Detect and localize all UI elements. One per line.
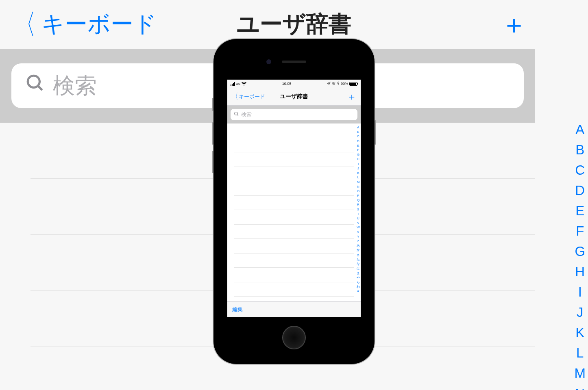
svg-line-1 xyxy=(38,86,42,90)
index-letter[interactable]: K xyxy=(357,171,360,175)
back-button[interactable]: 〈 キーボード xyxy=(231,91,265,102)
location-icon xyxy=(327,82,331,86)
index-letter[interactable]: わ xyxy=(357,284,360,289)
index-letter[interactable]: R xyxy=(357,202,360,207)
index-letter[interactable]: あ xyxy=(357,243,360,248)
index-letter[interactable]: B xyxy=(357,130,360,134)
index-letter[interactable]: K xyxy=(575,325,586,340)
bg-index-bar[interactable]: ABCDEFGHIJKLMN xyxy=(575,122,586,390)
list-row[interactable] xyxy=(234,181,354,196)
page-title: ユーザ辞書 xyxy=(280,93,308,100)
index-letter[interactable]: ら xyxy=(357,280,360,284)
search-icon xyxy=(25,73,46,98)
index-letter[interactable]: ま xyxy=(357,271,360,275)
index-letter[interactable]: F xyxy=(357,148,360,152)
search-input[interactable]: 検索 xyxy=(231,109,357,120)
svg-point-3 xyxy=(235,112,238,115)
phone-screen: au 10:05 xyxy=(227,80,361,317)
index-letter[interactable]: N xyxy=(575,386,586,390)
index-letter[interactable]: Z xyxy=(357,239,360,243)
index-letter[interactable]: T xyxy=(357,212,360,216)
list-row[interactable] xyxy=(234,268,354,282)
index-letter[interactable]: E xyxy=(357,143,360,148)
phone-device: au 10:05 xyxy=(213,39,375,364)
bg-add-button[interactable]: ＋ xyxy=(501,7,527,42)
toolbar: 編集 xyxy=(227,301,361,317)
index-letter[interactable]: # xyxy=(357,289,360,293)
phone-volume-down xyxy=(212,151,213,173)
index-letter[interactable]: G xyxy=(575,244,586,259)
index-letter[interactable]: L xyxy=(575,345,586,361)
svg-point-0 xyxy=(28,76,39,87)
alarm-icon xyxy=(332,82,335,86)
index-letter[interactable]: Q xyxy=(357,198,360,202)
index-letter[interactable]: A xyxy=(357,125,360,130)
index-letter[interactable]: M xyxy=(575,366,586,381)
add-button[interactable]: ＋ xyxy=(347,90,357,103)
index-letter[interactable]: C xyxy=(357,134,360,139)
index-letter[interactable]: U xyxy=(357,216,360,221)
bg-back-label: キーボード xyxy=(41,9,157,40)
index-letter[interactable]: L xyxy=(357,175,360,180)
index-letter[interactable]: A xyxy=(575,122,586,137)
index-letter[interactable]: や xyxy=(357,275,360,280)
index-letter[interactable]: Y xyxy=(357,234,360,239)
index-letter[interactable]: J xyxy=(357,166,360,171)
search-icon xyxy=(234,111,239,118)
index-letter[interactable]: W xyxy=(357,225,360,230)
chevron-left-icon: 〈 xyxy=(16,6,36,43)
phone-speaker xyxy=(282,61,306,63)
index-letter[interactable]: は xyxy=(357,266,360,271)
phone-volume-up xyxy=(212,122,213,145)
index-letter[interactable]: な xyxy=(357,262,360,266)
phone-camera xyxy=(266,59,271,64)
index-letter[interactable]: H xyxy=(357,157,360,161)
edit-button[interactable]: 編集 xyxy=(232,306,243,313)
signal-icon xyxy=(231,82,235,86)
index-letter[interactable]: H xyxy=(575,264,586,280)
index-letter[interactable]: F xyxy=(575,223,586,239)
index-letter[interactable]: D xyxy=(357,139,360,143)
index-letter[interactable]: M xyxy=(357,180,360,184)
index-letter[interactable]: J xyxy=(575,305,586,320)
index-letter[interactable]: C xyxy=(575,162,586,178)
index-letter[interactable]: V xyxy=(357,221,360,225)
index-letter[interactable]: た xyxy=(357,257,360,262)
home-button[interactable] xyxy=(282,326,306,349)
index-letter[interactable]: I xyxy=(575,284,586,300)
index-letter[interactable]: さ xyxy=(357,253,360,257)
nav-bar: 〈 キーボード ユーザ辞書 ＋ xyxy=(227,88,361,106)
index-letter[interactable]: X xyxy=(357,230,360,234)
phone-power-button xyxy=(375,120,376,145)
search-placeholder: 検索 xyxy=(241,111,252,118)
index-letter[interactable]: N xyxy=(357,184,360,189)
phone-mute-switch xyxy=(212,98,213,111)
index-letter[interactable]: E xyxy=(575,203,586,219)
bg-back-button[interactable]: 〈 キーボード xyxy=(12,6,157,43)
index-letter[interactable]: D xyxy=(575,183,586,198)
bluetooth-icon xyxy=(337,81,340,86)
index-letter[interactable]: S xyxy=(357,207,360,212)
list-row[interactable] xyxy=(234,124,354,138)
index-bar[interactable]: ABCDEFGHIJKLMNOPQRSTUVWXYZあかさたなはまやらわ# xyxy=(357,125,360,294)
index-letter[interactable]: P xyxy=(357,193,360,198)
list-row[interactable] xyxy=(234,167,354,182)
wifi-icon xyxy=(242,82,246,86)
list-row[interactable] xyxy=(234,225,354,239)
back-label: キーボード xyxy=(239,93,265,100)
index-letter[interactable]: B xyxy=(575,142,586,158)
list-row[interactable] xyxy=(234,254,354,268)
index-letter[interactable]: O xyxy=(357,189,360,193)
index-letter[interactable]: I xyxy=(357,162,360,166)
index-letter[interactable]: か xyxy=(357,248,360,252)
bg-page-title: ユーザ辞書 xyxy=(237,9,351,40)
list-row[interactable] xyxy=(234,210,354,225)
list-row[interactable] xyxy=(234,239,354,254)
list-rows xyxy=(227,124,361,297)
index-letter[interactable]: G xyxy=(357,152,360,157)
list-row[interactable] xyxy=(234,152,354,167)
list-row[interactable] xyxy=(234,196,354,210)
list-row[interactable] xyxy=(234,138,354,153)
list-row[interactable] xyxy=(234,282,354,297)
svg-line-4 xyxy=(237,115,238,116)
